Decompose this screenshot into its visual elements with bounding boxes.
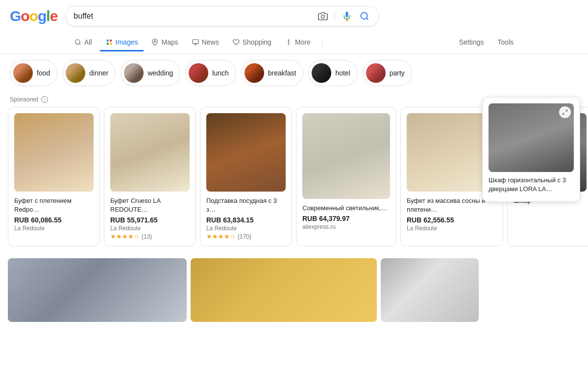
filter-lunch[interactable]: lunch: [185, 60, 236, 86]
svg-line-6: [79, 44, 81, 45]
svg-rect-12: [193, 40, 198, 44]
product-name-3: Современный светильник,…: [302, 204, 390, 213]
product-price-0: RUB 60,086.55: [14, 216, 94, 224]
nav-maps-label: Maps: [161, 38, 178, 46]
nav-settings[interactable]: Settings: [453, 34, 490, 51]
svg-rect-10: [110, 43, 112, 45]
floating-product-card[interactable]: Шкаф горизонтальный с 3 дверцами LORA LA…: [482, 97, 580, 202]
product-seller-2: La Redoute: [206, 225, 286, 232]
google-logo[interactable]: Google: [10, 8, 57, 24]
nav-more-label: More: [295, 38, 311, 46]
image-result-1[interactable]: [191, 258, 377, 322]
product-stars-1: ★★★★☆: [110, 233, 140, 240]
product-image-2: [206, 113, 286, 192]
filter-food-thumb: [13, 63, 33, 83]
svg-rect-7: [106, 40, 108, 42]
microphone-button[interactable]: [341, 10, 353, 22]
product-name-1: Буфет Crueso LA REDOUTE…: [110, 196, 190, 214]
nav-shopping[interactable]: Shopping: [227, 34, 277, 51]
filter-wedding[interactable]: wedding: [121, 60, 180, 86]
svg-rect-8: [110, 40, 112, 42]
logo-o2: o: [29, 8, 38, 24]
search-bar: [65, 6, 379, 26]
nav-all-label: All: [84, 38, 92, 46]
filter-breakfast[interactable]: breakfast: [241, 60, 304, 86]
divider: [335, 11, 335, 21]
search-icons: [317, 10, 370, 22]
product-price-2: RUB 63,834.15: [206, 216, 286, 224]
filter-lunch-label: lunch: [212, 69, 228, 77]
expand-icon[interactable]: [559, 106, 571, 118]
product-seller-0: La Redoute: [14, 225, 94, 232]
nav-maps[interactable]: Maps: [146, 34, 184, 51]
filter-hotel-thumb: [312, 63, 331, 83]
product-price-3: RUB 64,379.97: [302, 215, 390, 222]
product-seller-3: aliexpress.ru: [302, 223, 390, 230]
filter-party-thumb: [366, 63, 386, 83]
nav-settings-label: Settings: [459, 38, 484, 46]
nav-tools-label: Tools: [497, 38, 514, 46]
nav-news-label: News: [202, 38, 219, 46]
sponsored-info-icon[interactable]: i: [41, 96, 48, 103]
svg-point-15: [288, 40, 289, 41]
product-card-1[interactable]: Буфет Crueso LA REDOUTE… RUB 55,971.65 L…: [104, 107, 196, 246]
nav-shopping-label: Shopping: [243, 38, 271, 46]
logo-l: l: [46, 8, 49, 24]
product-card-2[interactable]: Подставка посудная с 3 з… RUB 63,834.15 …: [200, 107, 292, 246]
product-card-3[interactable]: Современный светильник,… RUB 64,379.97 a…: [296, 107, 396, 246]
svg-point-0: [321, 15, 325, 19]
filter-wedding-thumb: [124, 63, 144, 83]
svg-point-16: [288, 42, 289, 43]
product-price-1: RUB 55,971.65: [110, 216, 190, 224]
nav-right: Settings Tools: [453, 34, 519, 51]
filter-lunch-thumb: [189, 63, 208, 83]
svg-point-17: [288, 44, 289, 45]
sponsored-label: Sponsored: [10, 96, 38, 103]
svg-point-3: [361, 13, 368, 19]
search-button[interactable]: [359, 10, 370, 22]
logo-o1: o: [21, 8, 29, 24]
product-image-0: [14, 113, 94, 192]
filter-breakfast-thumb: [245, 63, 264, 83]
nav-tools[interactable]: Tools: [491, 34, 519, 51]
image-result-0[interactable]: [8, 258, 187, 322]
nav-divider: [322, 38, 323, 48]
logo-e: e: [50, 8, 58, 24]
floating-card-name: Шкаф горизонтальный с 3 дверцами LORA LA…: [489, 176, 574, 194]
product-price-4: RUB 62,556.55: [407, 216, 497, 224]
filters-row: food dinner wedding lunch breakfast hote…: [0, 54, 588, 92]
search-input[interactable]: [74, 12, 313, 21]
filter-food[interactable]: food: [10, 60, 57, 86]
filter-dinner[interactable]: dinner: [62, 60, 116, 86]
filter-dinner-label: dinner: [89, 69, 108, 77]
product-rating-1: (13): [142, 233, 152, 240]
product-rating-2: (170): [238, 233, 251, 240]
svg-rect-9: [106, 43, 108, 45]
product-card-0[interactable]: Буфет с плетением Redpo… RUB 60,086.55 L…: [8, 107, 100, 246]
svg-line-4: [367, 18, 368, 20]
logo-g: G: [10, 8, 21, 24]
filter-wedding-label: wedding: [147, 69, 173, 77]
nav-all[interactable]: All: [69, 34, 98, 51]
main-content: Sponsored i Буфет с плетением Redpo… RUB…: [0, 92, 588, 322]
nav-bar: All Images Maps News Shopping More Setti…: [0, 32, 588, 54]
product-image-1: [110, 113, 190, 192]
svg-point-11: [154, 41, 156, 43]
image-results-row: [0, 258, 588, 322]
product-name-0: Буфет с плетением Redpo…: [14, 196, 94, 214]
product-image-3: [302, 113, 390, 199]
filter-hotel-label: hotel: [335, 69, 350, 77]
svg-point-5: [75, 40, 80, 44]
logo-g2: g: [38, 8, 46, 24]
filter-hotel[interactable]: hotel: [308, 60, 357, 86]
nav-more[interactable]: More: [279, 34, 317, 51]
filter-breakfast-label: breakfast: [268, 69, 296, 77]
camera-button[interactable]: [317, 10, 329, 22]
nav-news[interactable]: News: [186, 34, 225, 51]
filter-party[interactable]: party: [363, 60, 412, 86]
nav-images[interactable]: Images: [100, 34, 144, 51]
image-result-2[interactable]: [381, 258, 479, 322]
product-name-2: Подставка посудная с 3 з…: [206, 196, 286, 214]
product-seller-1: La Redoute: [110, 225, 190, 232]
filter-party-label: party: [390, 69, 405, 77]
